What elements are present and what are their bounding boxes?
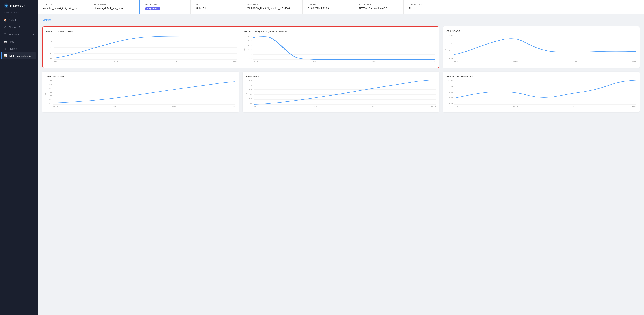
y-label: 1.02 — [449, 42, 453, 44]
y-label: 0.05 — [249, 93, 252, 95]
plot-area-cpu — [454, 35, 636, 59]
chart-area-data-sent: MB 0.12 0.10 0.07 0.05 0.02 0.00 — [246, 80, 436, 109]
info-card-test-suite: TEST SUITE nbomber_default_test_suite_na… — [38, 0, 88, 14]
y-label: 14.00 — [448, 80, 453, 82]
sidebar-item-scenarios[interactable]: ☰ Scenarios ▾ — [2, 31, 36, 38]
sidebar-item-net-process-metrics[interactable]: 📊 .NET Process Metrics — [2, 52, 36, 59]
sidebar-item-cluster-info[interactable]: ⊙ Cluster Info — [2, 24, 36, 31]
chart-area-cpu: % 1.54 1.02 0.51 0.00 — [446, 35, 636, 64]
x-label: 30:10 — [54, 60, 58, 62]
y-labels-connections: 3.7 3.0 2.3 1.7 1.0 — [46, 35, 53, 60]
sidebar-item-hints[interactable]: 📖 Hints — [2, 38, 36, 45]
y-label: 40.00 — [248, 49, 252, 51]
created-label: CREATED — [308, 3, 348, 6]
test-suite-label: TEST SUITE — [43, 3, 83, 6]
x-label: 30:10 — [54, 105, 58, 107]
test-name-value: nbomber_default_test_name — [94, 7, 133, 9]
y-label: 0.68 — [49, 87, 52, 89]
y-label: 0.84 — [49, 84, 52, 86]
chart-title-memory: MEMORY: GC-HEAP-SIZE — [446, 75, 636, 77]
y-label: 100.00 — [247, 35, 252, 37]
y-label: 0.00 — [249, 102, 252, 104]
chart-svg-data-received — [54, 80, 236, 104]
chart-svg-requests — [254, 35, 436, 60]
y-labels-cpu: 1.54 1.02 0.51 0.00 — [446, 35, 453, 59]
y-label: 80.00 — [248, 40, 252, 42]
info-card-os: OS Unix 15.1.1 — [191, 0, 241, 14]
chart-area-requests-queue: ms 100.00 80.00 60.00 40.00 20.00 0.00 — [244, 35, 436, 64]
chart-title-data-received: DATA: RECEIVED — [46, 75, 236, 77]
chart-memory-gc-heap: MEMORY: GC-HEAP-SIZE MB 14.00 12.00 10.0… — [443, 71, 640, 112]
nbomber-logo-icon — [4, 3, 9, 8]
x-label: 30:15 — [313, 105, 317, 107]
plot-area-data-received — [54, 80, 236, 104]
active-indicator — [2, 52, 2, 59]
test-suite-value: nbomber_default_test_suite_name — [43, 7, 83, 9]
chart-title-cpu: CPU: USAGE — [446, 30, 636, 32]
x-label: 30:20 — [173, 60, 177, 62]
y-labels-memory: 14.00 12.00 10.00 8.00 6.00 — [446, 80, 453, 104]
highlighted-charts-wrapper: HTTP/1.1: CONNECTIONS 3.7 3.0 2.3 1.7 1.… — [42, 26, 439, 68]
y-label: 10.00 — [448, 91, 453, 93]
sidebar-item-plugins[interactable]: ○ Plugins — [2, 45, 36, 52]
node-type-label: NODE TYPE — [146, 3, 185, 6]
x-label: 30:20 — [572, 105, 577, 107]
x-label: 30:10 — [254, 105, 258, 107]
y-label: 0.00 — [449, 57, 453, 59]
y-label: 12.00 — [448, 85, 453, 87]
node-type-accent-card: NODE TYPE SingleNode — [139, 0, 191, 14]
y-label: 6.00 — [449, 102, 453, 104]
y-label: 0.51 — [449, 50, 453, 52]
x-label: 30:15 — [114, 60, 118, 62]
y-label: 2.3 — [50, 46, 52, 48]
x-label: 30:25 — [231, 105, 236, 107]
x-label: 30:25 — [632, 60, 636, 62]
logo: NBomber — [0, 0, 38, 11]
y-label: 0.03 — [49, 102, 52, 104]
x-label: 30:25 — [432, 105, 436, 107]
x-label: 30:20 — [372, 105, 376, 107]
metrics-section: Metrics HTTP/1.1: CONNECTIONS 3.7 3.0 2.… — [38, 14, 644, 116]
chart-area-memory: MB 14.00 12.00 10.00 8.00 6.00 — [446, 80, 636, 109]
chart-data-sent: DATA: SENT MB 0.12 0.10 0.07 0.05 0.02 0… — [243, 71, 440, 112]
os-label: OS — [196, 3, 236, 6]
info-card-created: CREATED 01/03/2025, 7:19:58 — [302, 0, 353, 14]
x-label: 30:10 — [254, 60, 258, 62]
y-label: 3.0 — [50, 41, 52, 43]
test-name-label: TEST NAME — [94, 3, 133, 6]
x-label: 30:15 — [514, 105, 518, 107]
sidebar-label-global-info: Global Info — [9, 19, 34, 21]
metrics-tab[interactable]: Metrics — [42, 17, 52, 23]
y-label: 0.12 — [249, 80, 252, 82]
chart-data-received: DATA: RECEIVED MB 1.00 0.84 0.68 0.52 0.… — [42, 71, 239, 112]
chart-area-data-received: MB 1.00 0.84 0.68 0.52 0.35 0.19 0.03 — [46, 80, 236, 109]
y-labels-data-sent: 0.12 0.10 0.07 0.05 0.02 0.00 — [246, 80, 253, 104]
sidebar-item-global-info[interactable]: 🏠 Global Info — [2, 16, 36, 23]
y-label: 1.54 — [449, 35, 453, 37]
sidebar-label-cluster-info: Cluster Info — [9, 26, 34, 29]
cluster-icon: ⊙ — [4, 25, 7, 29]
y-label: 8.00 — [449, 97, 453, 99]
y-label: 0.02 — [249, 98, 252, 100]
chart-svg-connections — [54, 35, 237, 60]
chart-title-data-sent: DATA: SENT — [246, 75, 436, 77]
x-labels-data-received: 30:10 30:15 30:20 30:25 — [54, 105, 236, 109]
sidebar: NBomber VERSION 5.8.2 🏠 Global Info ⊙ Cl… — [0, 0, 38, 315]
chart-area-connections: 3.7 3.0 2.3 1.7 1.0 — [46, 35, 237, 64]
y-label: 1.7 — [50, 52, 52, 54]
y-label: 0.10 — [249, 84, 252, 86]
x-label: 30:25 — [632, 105, 636, 107]
node-type-badge: SingleNode — [146, 7, 185, 10]
plugins-icon: ○ — [4, 47, 7, 50]
svg-point-1 — [7, 4, 8, 5]
info-card-node-type: NODE TYPE SingleNode — [140, 0, 190, 14]
home-icon: 🏠 — [4, 18, 7, 22]
chart-svg-data-sent — [254, 80, 436, 104]
sidebar-label-net-process-metrics: .NET Process Metrics — [9, 55, 34, 57]
chart-cpu-usage: CPU: USAGE % 1.54 1.02 0.51 0.00 — [443, 26, 640, 68]
x-label: 30:20 — [172, 105, 176, 107]
x-label: 30:20 — [572, 60, 577, 62]
version-label: VERSION 5.8.2 — [0, 11, 38, 16]
chart-title-connections: HTTP/1.1: CONNECTIONS — [46, 30, 237, 33]
y-label: 1.00 — [49, 80, 52, 82]
